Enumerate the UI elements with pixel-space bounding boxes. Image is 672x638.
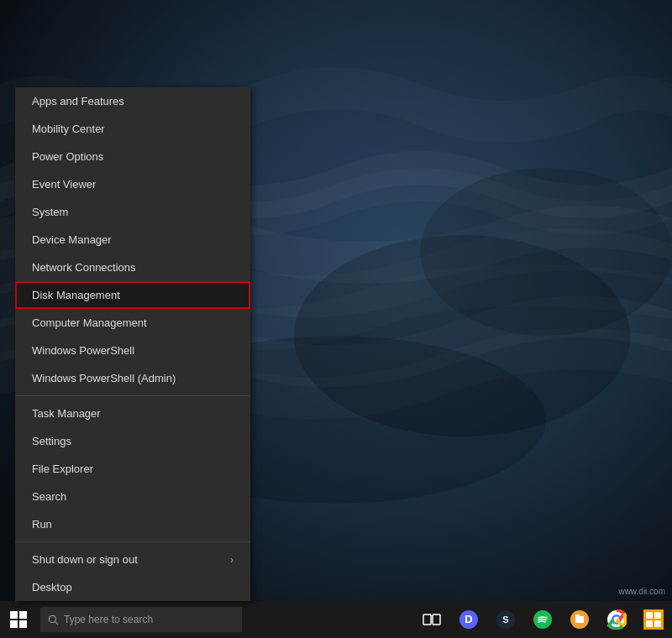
- svg-rect-18: [575, 616, 584, 623]
- taskbar: Type here to search D S: [0, 601, 672, 638]
- menu-divider: [15, 541, 250, 542]
- menu-item-label-task-manager: Task Manager: [32, 407, 101, 420]
- chrome-icon[interactable]: [598, 601, 635, 638]
- watermark: www.dii.com: [618, 587, 665, 596]
- menu-item-label-disk-management: Disk Management: [32, 289, 120, 301]
- menu-item-windows-powershell[interactable]: Windows PowerShell: [15, 337, 250, 364]
- menu-item-task-manager[interactable]: Task Manager: [15, 400, 250, 427]
- svg-rect-6: [10, 620, 18, 628]
- menu-item-label-shut-down-sign-out: Shut down or sign out: [32, 553, 138, 566]
- menu-item-shut-down-sign-out[interactable]: Shut down or sign out›: [15, 546, 250, 573]
- svg-rect-4: [10, 611, 18, 619]
- menu-item-file-explorer[interactable]: File Explorer: [15, 455, 250, 483]
- menu-item-label-apps-features: Apps and Features: [32, 95, 124, 107]
- menu-item-device-manager[interactable]: Device Manager: [15, 226, 250, 254]
- menu-item-label-mobility-center: Mobility Center: [32, 123, 105, 135]
- menu-item-search[interactable]: Search: [15, 483, 250, 510]
- menu-item-label-run: Run: [32, 518, 52, 531]
- svg-rect-26: [646, 620, 653, 627]
- search-bar[interactable]: Type here to search: [40, 607, 242, 632]
- svg-rect-7: [19, 620, 27, 628]
- menu-item-label-desktop: Desktop: [32, 581, 72, 594]
- menu-item-label-system: System: [32, 206, 68, 218]
- spotify-icon[interactable]: [524, 601, 561, 638]
- menu-item-label-settings: Settings: [32, 435, 71, 447]
- mosaic-icon[interactable]: [635, 601, 672, 638]
- menu-item-label-search: Search: [32, 490, 66, 503]
- menu-item-desktop[interactable]: Desktop: [15, 573, 250, 601]
- menu-item-run[interactable]: Run: [15, 510, 250, 538]
- menu-item-arrow-shut-down-sign-out: ›: [230, 554, 234, 566]
- menu-item-system[interactable]: System: [15, 198, 250, 226]
- menu-item-label-computer-management: Computer Management: [32, 316, 147, 329]
- menu-item-label-windows-powershell: Windows PowerShell: [32, 344, 134, 357]
- files-icon[interactable]: [561, 601, 598, 638]
- menu-item-computer-management[interactable]: Computer Management: [15, 309, 250, 337]
- svg-rect-27: [654, 620, 661, 627]
- svg-rect-24: [646, 612, 653, 619]
- svg-text:D: D: [465, 613, 472, 625]
- svg-rect-10: [423, 614, 431, 625]
- menu-divider: [15, 395, 250, 396]
- svg-point-2: [420, 168, 672, 336]
- svg-rect-19: [575, 614, 580, 617]
- start-button[interactable]: [0, 601, 37, 638]
- menu-item-label-windows-powershell-admin: Windows PowerShell (Admin): [32, 372, 176, 384]
- svg-line-9: [55, 622, 58, 625]
- task-view-icon[interactable]: [413, 601, 450, 638]
- svg-rect-25: [654, 612, 661, 619]
- svg-rect-11: [433, 614, 440, 625]
- context-menu: Apps and FeaturesMobility CenterPower Op…: [15, 87, 250, 601]
- discord-icon[interactable]: D: [450, 601, 487, 638]
- menu-item-disk-management[interactable]: Disk Management: [15, 281, 250, 309]
- svg-text:S: S: [502, 614, 508, 625]
- menu-item-label-network-connections: Network Connections: [32, 261, 136, 274]
- svg-rect-5: [19, 611, 27, 619]
- menu-item-label-device-manager: Device Manager: [32, 233, 112, 246]
- menu-item-event-viewer[interactable]: Event Viewer: [15, 170, 250, 198]
- menu-item-apps-features[interactable]: Apps and Features: [15, 87, 250, 115]
- menu-item-power-options[interactable]: Power Options: [15, 143, 250, 170]
- taskbar-icons: D S: [413, 601, 672, 638]
- search-placeholder: Type here to search: [64, 614, 153, 625]
- menu-item-label-file-explorer: File Explorer: [32, 463, 93, 475]
- menu-item-label-event-viewer: Event Viewer: [32, 178, 96, 191]
- menu-item-settings[interactable]: Settings: [15, 427, 250, 455]
- svg-point-8: [49, 615, 55, 622]
- menu-item-mobility-center[interactable]: Mobility Center: [15, 115, 250, 143]
- menu-item-windows-powershell-admin[interactable]: Windows PowerShell (Admin): [15, 364, 250, 392]
- steam-icon[interactable]: S: [487, 601, 524, 638]
- menu-item-network-connections[interactable]: Network Connections: [15, 254, 250, 281]
- menu-item-label-power-options: Power Options: [32, 150, 103, 163]
